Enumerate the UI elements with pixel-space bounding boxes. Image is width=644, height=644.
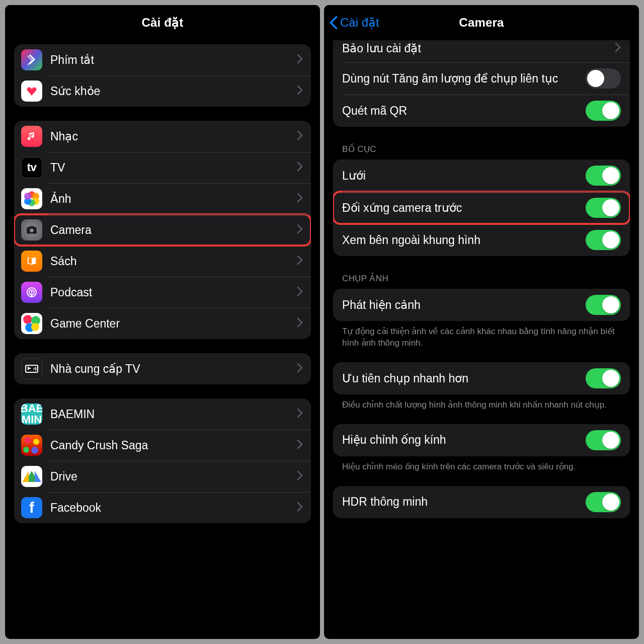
row-camera-label: Camera — [50, 223, 297, 237]
row-grid[interactable]: Lưới — [333, 159, 630, 192]
right-phone: Cài đặt Camera Bảo lưu cài đặt Dùng nút … — [324, 5, 639, 639]
health-icon — [21, 80, 42, 102]
row-faster-label: Ưu tiên chụp nhanh hơn — [342, 371, 586, 386]
row-scene[interactable]: Phát hiện cảnh — [333, 289, 630, 321]
row-grid-label: Lưới — [342, 169, 586, 183]
row-camera[interactable]: Camera — [14, 214, 311, 246]
section-layout-title: BỐ CỤC — [342, 144, 630, 154]
left-navbar-title: Cài đặt — [141, 16, 183, 30]
group-media: Nhạc tv TV Ảnh — [14, 121, 311, 339]
row-podcast-label: Podcast — [50, 286, 297, 299]
back-button[interactable]: Cài đặt — [329, 5, 379, 40]
row-outside-label: Xem bên ngoài khung hình — [342, 233, 586, 248]
chevron-right-icon — [297, 130, 303, 142]
row-drive-label: Drive — [50, 470, 297, 484]
shortcuts-icon — [21, 49, 42, 70]
right-navbar: Cài đặt Camera — [324, 5, 639, 40]
books-icon — [21, 251, 42, 272]
row-tvprovider[interactable]: Nhà cung cấp TV — [14, 353, 311, 384]
group-thirdparty: BAEMIN BAEMIN Candy Crush Saga Drive — [14, 398, 311, 523]
chevron-right-icon — [297, 162, 303, 174]
chevron-right-icon — [297, 502, 303, 514]
row-mirror[interactable]: Đối xứng camera trước — [333, 192, 630, 224]
switch-scene[interactable] — [586, 295, 621, 315]
row-volburst-label: Dùng nút Tăng âm lượng để chụp liên tục — [342, 71, 586, 86]
switch-grid[interactable] — [586, 166, 621, 186]
row-volburst[interactable]: Dùng nút Tăng âm lượng để chụp liên tục — [333, 62, 630, 95]
switch-lenscorr[interactable] — [586, 430, 621, 450]
chevron-right-icon — [297, 85, 303, 97]
chevron-right-icon — [297, 255, 303, 267]
switch-hdr[interactable] — [586, 492, 621, 512]
group-shortcuts-health: Phím tắt Sức khỏe — [14, 44, 311, 107]
chevron-right-icon — [297, 193, 303, 205]
chevron-right-icon — [297, 470, 303, 482]
row-candycrush[interactable]: Candy Crush Saga — [14, 430, 311, 461]
note-faster: Điều chỉnh chất lượng hình ảnh thông min… — [333, 394, 630, 411]
chevron-right-icon — [297, 54, 303, 66]
row-drive[interactable]: Drive — [14, 461, 311, 492]
row-shortcuts-label: Phím tắt — [50, 53, 297, 67]
row-scene-label: Phát hiện cảnh — [342, 298, 586, 312]
tv-provider-icon — [21, 358, 42, 379]
row-qr-label: Quét mã QR — [342, 104, 586, 118]
section-capture-title: CHỤP ẢNH — [342, 273, 630, 284]
photos-icon — [21, 188, 42, 209]
facebook-icon: f — [21, 497, 42, 518]
switch-outside[interactable] — [586, 230, 621, 250]
row-music[interactable]: Nhạc — [14, 121, 311, 152]
group-layout: Lưới Đối xứng camera trước Xem bên ngoài… — [333, 159, 630, 256]
row-facebook-label: Facebook — [50, 501, 297, 515]
row-shortcuts[interactable]: Phím tắt — [14, 44, 311, 75]
chevron-right-icon — [615, 42, 621, 54]
left-phone: Cài đặt Phím tắt Sức khỏe — [5, 5, 320, 639]
group-scene: Phát hiện cảnh — [333, 289, 630, 321]
switch-mirror[interactable] — [586, 198, 621, 218]
right-scroll[interactable]: Bảo lưu cài đặt Dùng nút Tăng âm lượng đ… — [324, 40, 639, 639]
row-facebook[interactable]: f Facebook — [14, 492, 311, 523]
right-navbar-title: Camera — [459, 16, 504, 30]
gamecenter-icon — [21, 313, 42, 334]
row-qr[interactable]: Quét mã QR — [333, 95, 630, 127]
group-tvprovider: Nhà cung cấp TV — [14, 353, 311, 384]
chevron-right-icon — [297, 317, 303, 330]
group-top: Bảo lưu cài đặt Dùng nút Tăng âm lượng đ… — [333, 40, 630, 127]
podcast-icon — [21, 282, 42, 303]
svg-point-2 — [31, 291, 33, 293]
row-books[interactable]: Sách — [14, 246, 311, 277]
row-gamecenter-label: Game Center — [50, 317, 297, 331]
group-lenscorr: Hiệu chỉnh ống kính — [333, 424, 630, 456]
row-photos[interactable]: Ảnh — [14, 183, 311, 214]
group-hdr: HDR thông minh — [333, 486, 630, 518]
row-baemin[interactable]: BAEMIN BAEMIN — [14, 398, 311, 430]
chevron-right-icon — [297, 224, 303, 236]
switch-volburst[interactable] — [586, 68, 621, 89]
row-mirror-label: Đối xứng camera trước — [342, 201, 586, 215]
row-lenscorr[interactable]: Hiệu chỉnh ống kính — [333, 424, 630, 456]
switch-faster[interactable] — [586, 368, 621, 388]
row-preserve[interactable]: Bảo lưu cài đặt — [333, 40, 630, 62]
back-button-label: Cài đặt — [340, 16, 379, 30]
chevron-right-icon — [297, 286, 303, 298]
chevron-right-icon — [297, 408, 303, 420]
chevron-right-icon — [297, 439, 303, 451]
row-baemin-label: BAEMIN — [50, 408, 297, 421]
row-photos-label: Ảnh — [50, 192, 297, 206]
row-hdr[interactable]: HDR thông minh — [333, 486, 630, 518]
row-books-label: Sách — [50, 255, 297, 268]
baemin-icon: BAEMIN — [21, 404, 42, 425]
row-lenscorr-label: Hiệu chỉnh ống kính — [342, 433, 586, 447]
row-faster[interactable]: Ưu tiên chụp nhanh hơn — [333, 362, 630, 394]
row-gamecenter[interactable]: Game Center — [14, 308, 311, 339]
row-health[interactable]: Sức khỏe — [14, 75, 311, 107]
row-tvprovider-label: Nhà cung cấp TV — [50, 362, 297, 376]
note-scene: Tự động cải thiện ảnh về các cảnh khác n… — [333, 321, 630, 349]
row-hdr-label: HDR thông minh — [342, 495, 586, 509]
row-outside[interactable]: Xem bên ngoài khung hình — [333, 224, 630, 256]
row-podcast[interactable]: Podcast — [14, 277, 311, 308]
music-icon — [21, 126, 42, 147]
left-scroll[interactable]: Phím tắt Sức khỏe Nhạc — [5, 40, 320, 639]
row-tv-label: TV — [50, 161, 297, 175]
switch-qr[interactable] — [586, 101, 621, 121]
row-tv[interactable]: tv TV — [14, 152, 311, 183]
